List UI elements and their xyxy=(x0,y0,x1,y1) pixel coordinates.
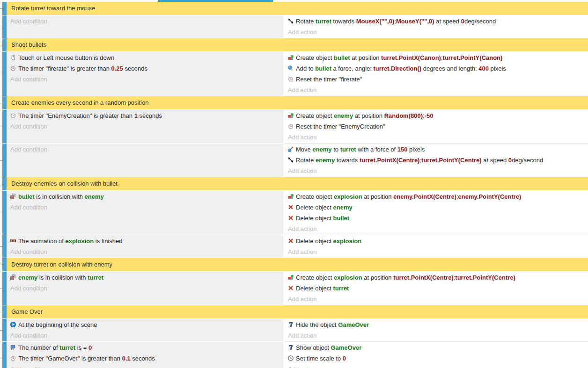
event-row: x?The number of turret is = 0The timer "… xyxy=(0,342,588,368)
conditions-column: bullet is in collision with enemyAdd con… xyxy=(7,191,283,235)
event-drag-handle[interactable] xyxy=(2,191,7,235)
text-segment: turret.PointX(Canon) xyxy=(381,54,441,61)
action-item[interactable]: Delete object explosion xyxy=(284,236,588,246)
event-drag-handle[interactable] xyxy=(2,305,7,318)
add-condition-link[interactable]: Add condition xyxy=(7,364,283,368)
action-item[interactable]: Delete object bullet xyxy=(284,213,588,224)
comment-block[interactable]: Destroy turret on collision with enemy xyxy=(7,258,588,271)
action-item[interactable]: Move enemy to turret with a force of 150… xyxy=(284,144,588,155)
ruler-gutter xyxy=(0,96,2,109)
action-item[interactable]: Create object explosion at position enem… xyxy=(284,191,588,202)
event-drag-handle[interactable] xyxy=(2,52,7,96)
top-strip xyxy=(0,0,588,2)
action-item[interactable]: Create object bullet at position turret.… xyxy=(284,52,588,63)
action-item[interactable]: Rotate enemy towards turret.PointX(Centr… xyxy=(284,155,588,166)
event-drag-handle[interactable] xyxy=(2,110,7,143)
text-segment: is in collision with xyxy=(35,193,85,200)
add-action-link[interactable]: Add action xyxy=(284,85,588,95)
add-action-link[interactable]: Add action xyxy=(284,330,588,341)
ruler-tick xyxy=(0,330,2,331)
add-condition-link[interactable]: Add condition xyxy=(7,144,283,155)
event-drag-handle[interactable] xyxy=(2,144,7,177)
condition-item[interactable]: x?The number of turret is = 0 xyxy=(7,342,283,353)
create-icon xyxy=(287,110,294,121)
add-action-link[interactable]: Add action xyxy=(284,246,588,257)
comment-block[interactable]: Destroy enemies on collision with bullet xyxy=(7,177,588,190)
conditions-column: x?The number of turret is = 0The timer "… xyxy=(7,342,283,368)
event-body: Add conditionRotate turret towards Mouse… xyxy=(7,15,588,38)
action-item[interactable]: Hide the object GameOver xyxy=(284,319,588,330)
text-segment: bullet xyxy=(315,65,331,72)
text-segment: 150 xyxy=(397,146,408,153)
add-condition-link[interactable]: Add condition xyxy=(7,330,283,341)
action-item[interactable]: Reset the timer "firerate" xyxy=(284,74,588,85)
text-segment: bullet xyxy=(18,193,35,200)
add-condition-link[interactable]: Add condition xyxy=(7,16,283,27)
event-drag-handle[interactable] xyxy=(2,235,7,258)
add-action-link[interactable]: Add action xyxy=(284,166,588,176)
add-condition-link[interactable]: Add condition xyxy=(7,74,283,85)
event-drag-handle[interactable] xyxy=(2,38,7,51)
add-action-link[interactable]: Add action xyxy=(284,27,588,37)
text-segment: explosion xyxy=(334,193,362,200)
event-row: Add conditionMove enemy to turret with a… xyxy=(0,144,588,177)
condition-item[interactable]: enemy is in collision with turret xyxy=(7,272,283,283)
add-action-link[interactable]: Add action xyxy=(284,364,588,368)
text-segment: turret xyxy=(59,344,75,351)
ruler-tick xyxy=(0,74,2,74)
event-body: Add conditionMove enemy to turret with a… xyxy=(7,144,588,177)
event-drag-handle[interactable] xyxy=(2,96,7,109)
condition-item[interactable]: At the beginning of the scene xyxy=(7,319,283,330)
action-item[interactable]: Reset the timer "EnemyCreation" xyxy=(284,121,588,132)
delete-icon xyxy=(287,283,294,294)
ruler-gutter xyxy=(0,110,2,143)
action-item[interactable]: Create object explosion at position turr… xyxy=(284,272,588,283)
condition-item[interactable]: The timer "firerate" is greater than 0.2… xyxy=(7,63,283,74)
comment-block[interactable]: Rotate turret toward the mouse xyxy=(7,2,588,15)
action-item[interactable]: Create object enemy at position Random(8… xyxy=(284,110,588,121)
comment-block[interactable]: Game Over xyxy=(7,305,588,318)
text-segment: The timer "firerate" is greater than xyxy=(18,65,111,72)
add-action-link[interactable]: Add action xyxy=(284,294,588,304)
add-condition-link[interactable]: Add condition xyxy=(7,202,283,213)
add-condition-link[interactable]: Add condition xyxy=(7,121,283,132)
event-drag-handle[interactable] xyxy=(2,177,7,190)
action-item[interactable]: Set time scale to 0 xyxy=(284,353,588,364)
comment-block[interactable]: Create enemies every second in a random … xyxy=(7,96,588,109)
action-item[interactable]: Delete object turret xyxy=(284,283,588,294)
text-segment: explosion xyxy=(333,238,362,245)
condition-item[interactable]: The animation of explosion is finished xyxy=(7,236,283,246)
condition-item[interactable]: The timer "EnemyCreation" is greater tha… xyxy=(7,110,283,121)
event-drag-handle[interactable] xyxy=(2,15,7,38)
condition-item[interactable]: Touch or Left mouse button is down xyxy=(7,52,283,63)
ruler-gutter xyxy=(0,2,2,15)
actions-column: Hide the object GameOverAdd action xyxy=(284,319,588,341)
event-drag-handle[interactable] xyxy=(2,272,7,305)
event-row: Touch or Left mouse button is downThe ti… xyxy=(0,52,588,96)
add-condition-link[interactable]: Add condition xyxy=(7,246,283,257)
add-action-link[interactable]: Add action xyxy=(284,224,588,234)
scene-start-icon xyxy=(10,319,17,330)
action-item[interactable]: Show object GameOver xyxy=(284,342,588,353)
condition-item[interactable]: bullet is in collision with enemy xyxy=(7,191,283,202)
text-segment: turret.PointY(Canon) xyxy=(443,54,503,61)
event-drag-handle[interactable] xyxy=(2,342,7,368)
text-segment: 0.1 xyxy=(122,355,131,362)
event-row: The timer "EnemyCreation" is greater tha… xyxy=(0,110,588,143)
text-segment: is finished xyxy=(94,238,122,245)
action-item[interactable]: Rotate turret towards MouseX("",0);Mouse… xyxy=(284,16,588,27)
event-drag-handle[interactable] xyxy=(2,2,7,15)
action-item[interactable]: Delete object enemy xyxy=(284,202,588,213)
comment-block[interactable]: Shoot bullets xyxy=(7,38,588,51)
text-segment: towards xyxy=(331,18,356,25)
add-action-link[interactable]: Add action xyxy=(284,132,588,143)
text-segment: enemy xyxy=(18,274,37,281)
action-item[interactable]: Add to bullet a force, angle: turret.Dir… xyxy=(284,63,588,74)
add-condition-link[interactable]: Add condition xyxy=(7,283,283,294)
event-drag-handle[interactable] xyxy=(2,319,7,341)
comment-title: Game Over xyxy=(11,308,43,315)
condition-item[interactable]: The timer "GameOver" is greater than 0.1… xyxy=(7,353,283,364)
mouse-icon xyxy=(10,52,17,63)
event-drag-handle[interactable] xyxy=(2,258,7,271)
text-segment: -50 xyxy=(425,112,434,119)
